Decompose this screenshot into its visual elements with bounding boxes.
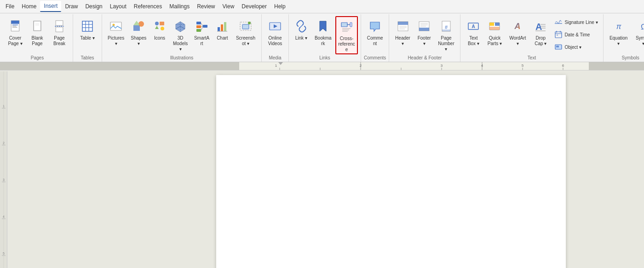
pictures-button[interactable]: Pictures ▾: [105, 16, 127, 48]
header-button[interactable]: Header ▾: [392, 16, 413, 48]
cross-reference-label: Cross-reference: [338, 36, 355, 52]
text-group-label: Text: [463, 54, 600, 62]
svg-point-21: [155, 22, 159, 25]
menu-home[interactable]: Home: [18, 1, 40, 12]
menu-mailings[interactable]: Mailings: [166, 1, 193, 12]
svg-rect-33: [221, 24, 223, 31]
symbol-button[interactable]: Ω Symbol ▾: [632, 16, 644, 48]
footer-button[interactable]: Footer ▾: [414, 16, 434, 48]
cross-reference-button[interactable]: Cross-reference: [335, 16, 358, 54]
cover-page-icon: [7, 18, 23, 35]
document-area: 1 2 3 4 5: [0, 70, 644, 268]
page-break-button[interactable]: PageBreak: [49, 16, 70, 48]
text-box-icon: A: [465, 18, 482, 35]
menu-developer[interactable]: Developer: [238, 1, 270, 12]
ribbon-group-symbols: π Equation ▾ Ω Symbol ▾ Symbols: [604, 14, 644, 62]
svg-rect-11: [82, 21, 92, 31]
object-button[interactable]: Object ▾: [552, 41, 600, 53]
bookmark-label: Bookmark: [314, 35, 332, 47]
header-icon: [395, 18, 411, 35]
signature-line-button[interactable]: Signature Line ▾: [552, 16, 600, 28]
svg-text:3: 3: [3, 178, 5, 181]
pictures-label: Pictures ▾: [107, 35, 125, 47]
table-button[interactable]: Table ▾: [76, 16, 99, 42]
pages-buttons: CoverPage ▾ BlankPage: [5, 16, 70, 54]
svg-text:5: 5: [522, 64, 524, 68]
footer-label: Footer ▾: [417, 35, 432, 47]
illustrations-group-label: Illustrations: [105, 54, 259, 62]
date-time-icon: [554, 30, 563, 39]
blank-page-button[interactable]: BlankPage: [27, 16, 48, 48]
table-label: Table ▾: [80, 35, 95, 41]
icons-button[interactable]: Icons: [150, 16, 169, 42]
menu-design[interactable]: Design: [81, 1, 106, 12]
menu-view[interactable]: View: [219, 1, 238, 12]
menu-review[interactable]: Review: [193, 1, 218, 12]
quick-parts-icon: [486, 18, 503, 35]
smartart-label: SmartArt: [194, 35, 209, 47]
cover-page-button[interactable]: CoverPage ▾: [5, 16, 26, 48]
link-button[interactable]: Link ▾: [292, 16, 311, 42]
date-time-button[interactable]: Date & Time: [552, 29, 600, 41]
svg-text:A: A: [514, 22, 521, 31]
svg-point-38: [248, 22, 251, 24]
drop-cap-button[interactable]: A DropCap ▾: [530, 16, 551, 48]
ruler: 1 2 3 4 5 6: [0, 62, 644, 70]
svg-rect-27: [196, 29, 201, 32]
shapes-button[interactable]: Shapes ▾: [128, 16, 149, 48]
comments-group-label: Comments: [364, 54, 386, 62]
menu-layout[interactable]: Layout: [106, 1, 130, 12]
3d-models-label: 3DModels ▾: [172, 35, 189, 52]
drop-cap-icon: A: [532, 18, 549, 35]
svg-rect-65: [495, 23, 500, 26]
text-box-button[interactable]: A TextBox ▾: [463, 16, 483, 48]
bookmark-button[interactable]: Bookmark: [312, 16, 334, 48]
svg-rect-64: [489, 23, 494, 26]
ribbon-group-header-footer: Header ▾ Footer ▾: [389, 14, 460, 62]
svg-rect-18: [133, 25, 140, 31]
svg-rect-66: [489, 27, 500, 30]
link-icon: [293, 18, 310, 35]
online-videos-button[interactable]: OnlineVideos: [264, 16, 286, 48]
page-number-label: PageNumber ▾: [437, 35, 455, 52]
online-videos-icon: [267, 18, 283, 35]
svg-rect-80: [556, 46, 559, 47]
comment-icon: [367, 18, 383, 35]
menu-references[interactable]: References: [130, 1, 166, 12]
quick-parts-label: QuickParts ▾: [488, 35, 502, 47]
menu-insert[interactable]: Insert: [40, 1, 61, 12]
svg-rect-78: [557, 35, 558, 36]
3d-models-button[interactable]: 3DModels ▾: [170, 16, 191, 53]
icons-label: Icons: [154, 35, 165, 41]
shapes-label: Shapes ▾: [130, 35, 147, 47]
svg-rect-8: [56, 21, 63, 26]
drop-cap-label: DropCap ▾: [535, 35, 546, 47]
svg-rect-54: [419, 28, 429, 31]
equation-button[interactable]: π Equation ▾: [606, 16, 631, 48]
chart-button[interactable]: Chart: [213, 16, 232, 42]
svg-rect-85: [589, 62, 644, 70]
svg-rect-16: [110, 22, 121, 30]
menu-draw[interactable]: Draw: [61, 1, 81, 12]
svg-rect-26: [196, 25, 201, 28]
svg-text:6: 6: [562, 64, 564, 68]
pictures-icon: [108, 18, 124, 35]
footer-icon: [416, 18, 432, 35]
wordart-button[interactable]: A WordArt ▾: [506, 16, 529, 48]
page-number-icon: #: [438, 18, 454, 35]
svg-rect-10: [56, 27, 63, 32]
chart-label: Chart: [217, 35, 228, 41]
menu-help[interactable]: Help: [270, 1, 289, 12]
screenshot-button[interactable]: Screenshot ▾: [233, 16, 259, 48]
menu-file[interactable]: File: [2, 1, 18, 12]
comment-button[interactable]: Comment: [364, 16, 386, 48]
smartart-button[interactable]: SmartArt: [191, 16, 212, 48]
svg-text:4: 4: [3, 215, 5, 218]
svg-rect-3: [12, 26, 17, 26]
signature-line-label: Signature Line ▾: [564, 20, 598, 25]
quick-parts-button[interactable]: QuickParts ▾: [484, 16, 505, 48]
page-number-button[interactable]: # PageNumber ▾: [435, 16, 458, 53]
shapes-icon: [130, 18, 147, 35]
blank-page-icon: [29, 18, 46, 35]
object-label: Object ▾: [564, 45, 581, 50]
